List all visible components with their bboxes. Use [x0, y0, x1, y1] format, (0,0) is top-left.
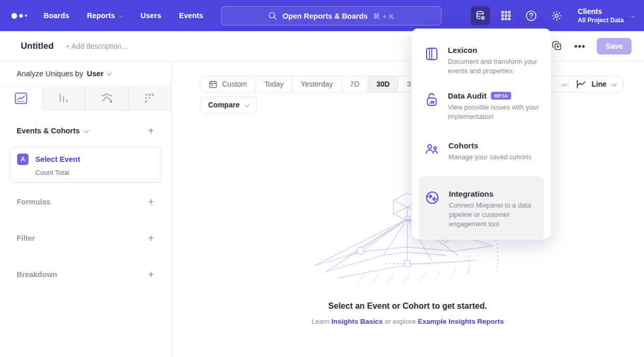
tab-metric[interactable] — [129, 86, 171, 110]
events-cohorts-label: Events & Cohorts — [17, 127, 80, 135]
empty-state-title: Select an Event or Cohort to get started… — [171, 301, 644, 311]
add-filter-button[interactable]: + — [148, 234, 154, 243]
range-yesterday[interactable]: Yesterday — [293, 76, 342, 92]
lexicon-book-icon — [425, 46, 439, 76]
nav-link-label: Boards — [44, 11, 69, 20]
insights-basics-link[interactable]: Insights Basics — [331, 318, 382, 325]
filter-header: Filter — [17, 234, 35, 242]
global-search-input[interactable]: Open Reports & Boards ⌘ + K — [221, 6, 442, 25]
metric-icon — [144, 92, 155, 104]
add-breakdown-button[interactable]: + — [148, 270, 154, 279]
bar-chart-icon — [58, 92, 70, 104]
project-name: All Project Data — [578, 17, 624, 24]
settings-button[interactable] — [547, 6, 566, 25]
compare-label: Compare — [208, 101, 240, 109]
data-management-menu: Lexicon Document and transform your even… — [412, 29, 551, 239]
range-label: Yesterday — [301, 80, 333, 88]
menu-item-title: Lexicon — [448, 46, 477, 54]
analyze-label: Analyze Uniques by — [17, 70, 83, 78]
database-gear-icon — [475, 10, 486, 21]
tab-bar-chart[interactable] — [43, 86, 86, 110]
tab-line-chart[interactable] — [0, 86, 43, 110]
flow-chart-icon — [101, 92, 113, 104]
menu-item-cohorts[interactable]: Cohorts Manage your saved cohorts — [419, 141, 544, 162]
range-7d[interactable]: 7D — [341, 76, 368, 92]
select-event-button[interactable]: Select Event — [35, 155, 80, 163]
count-total-selector[interactable]: Count Total — [35, 169, 161, 176]
menu-item-lexicon[interactable]: Lexicon Document and transform your even… — [419, 46, 544, 76]
help-icon — [525, 10, 537, 22]
chevron-down-icon — [107, 71, 112, 76]
nav-link-label: Events — [179, 11, 203, 20]
menu-item-description: Document and transform your events and p… — [448, 57, 544, 76]
add-event-button[interactable]: + — [148, 126, 154, 135]
breakdown-header: Breakdown — [17, 270, 57, 279]
analyze-uniques-row: Analyze Uniques by User — [0, 61, 171, 86]
report-title[interactable]: Untitled — [21, 41, 53, 51]
event-card[interactable]: A Select Event Count Total — [9, 146, 161, 183]
cohorts-people-icon — [425, 141, 439, 162]
formulas-header: Formulas — [17, 198, 50, 206]
nav-link-boards[interactable]: Boards — [44, 11, 69, 20]
save-button[interactable]: Save — [597, 38, 632, 54]
top-nav: Boards Reports Users Events Open Reports… — [0, 0, 644, 31]
chart-type-tabs — [0, 86, 171, 111]
chevron-down-icon — [631, 12, 636, 18]
org-name: Clients — [578, 7, 624, 16]
formulas-section: Formulas + — [0, 197, 171, 207]
tab-flow-chart[interactable] — [86, 86, 129, 110]
menu-item-title: Integrations — [449, 189, 494, 198]
apps-grid-button[interactable] — [496, 6, 515, 25]
range-today[interactable]: Today — [256, 76, 292, 92]
chevron-down-icon — [119, 12, 124, 18]
compare-button[interactable]: Compare — [200, 97, 257, 113]
empty-state-subtitle: Learn Insights Basics or explore Example… — [171, 318, 644, 325]
nav-link-users[interactable]: Users — [141, 11, 161, 20]
events-cohorts-section: Events & Cohorts + — [0, 126, 171, 135]
range-custom[interactable]: Custom — [200, 76, 256, 92]
nav-link-label: Reports — [87, 11, 115, 20]
range-label: 30D — [376, 80, 390, 88]
line-chart-icon — [15, 92, 28, 104]
event-badge: A — [17, 154, 29, 165]
more-options-button[interactable]: ••• — [574, 44, 585, 49]
breakdown-section: Breakdown + — [0, 270, 171, 279]
data-management-button[interactable] — [471, 6, 490, 25]
nav-link-reports[interactable]: Reports — [87, 11, 122, 20]
calendar-icon — [209, 80, 217, 89]
report-description-placeholder[interactable]: + Add description... — [65, 42, 127, 50]
add-formula-button[interactable]: + — [148, 197, 154, 207]
mixpanel-logo[interactable] — [11, 13, 32, 19]
nav-link-events[interactable]: Events — [179, 11, 203, 20]
menu-item-title: Cohorts — [448, 141, 478, 150]
menu-item-description: Connect Mixpanel to a data pipeline or c… — [449, 201, 544, 229]
query-sidebar: Analyze Uniques by User — [0, 61, 171, 357]
help-button[interactable] — [522, 6, 541, 25]
apps-grid-icon — [500, 10, 512, 21]
search-shortcut: ⌘ + K — [373, 12, 394, 20]
integrations-sync-icon — [425, 189, 440, 229]
menu-item-integrations[interactable]: Integrations Connect Mixpanel to a data … — [419, 176, 544, 240]
nav-right-cluster: Clients All Project Data — [471, 0, 635, 31]
line-chart-icon — [576, 79, 586, 89]
search-icon — [268, 11, 277, 20]
nav-link-label: Users — [141, 11, 161, 20]
search-placeholder: Open Reports & Boards — [282, 12, 367, 20]
report-header-actions: ••• Save — [552, 38, 632, 54]
range-30d-selected[interactable]: 30D — [368, 76, 399, 92]
menu-item-description: Manage your saved cohorts — [448, 153, 531, 162]
chevron-down-icon — [84, 128, 89, 133]
range-label: 7D — [350, 80, 359, 88]
analyze-value: User — [87, 70, 103, 78]
menu-item-data-audit[interactable]: Data Audit BETA View possible issues wit… — [419, 91, 544, 121]
duplicate-report-icon[interactable] — [552, 40, 563, 51]
events-cohorts-header[interactable]: Events & Cohorts — [17, 127, 88, 135]
learn-text: Learn — [311, 318, 331, 325]
chart-type-button[interactable]: Line — [568, 76, 623, 92]
main-content: Custom Today Yesterday 7D 30D 3M 6M 12M … — [171, 61, 644, 357]
example-reports-link[interactable]: Example Insights Reports — [418, 318, 504, 325]
range-label: Today — [264, 80, 283, 88]
analyze-by-selector[interactable]: User — [87, 70, 111, 78]
explore-text: or explore — [382, 318, 418, 325]
project-selector[interactable]: Clients All Project Data — [578, 7, 635, 24]
